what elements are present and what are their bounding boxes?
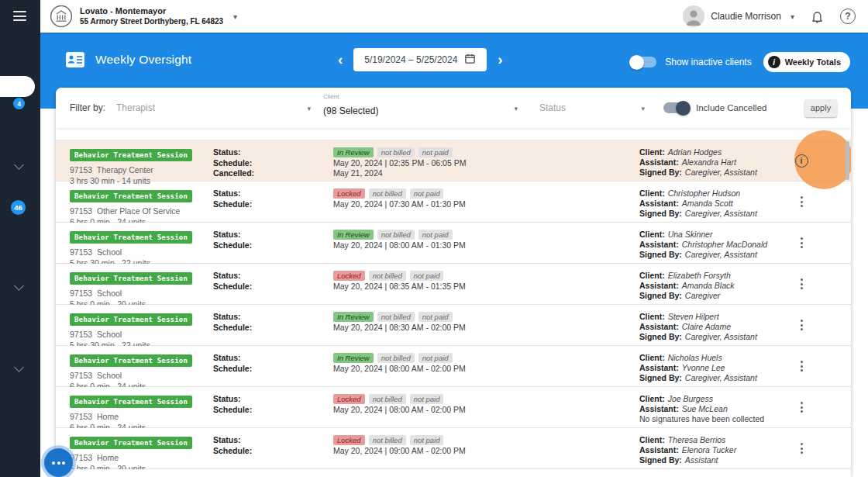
signed-by-value: Caregiver, Assistant: [685, 373, 757, 382]
row-menu-kebab-icon[interactable]: [797, 234, 806, 251]
client-label: Client:: [639, 188, 665, 198]
schedule-label: Schedule:: [213, 282, 252, 292]
signed-by-value: Caregiver, Assistant: [685, 168, 757, 177]
session-row: Behavior Treatment Session 97153 Home 6 …: [56, 387, 851, 428]
previous-week-button[interactable]: ‹: [338, 48, 343, 71]
schedule-datetime: May 20, 2024 | 08:30 AM - 02:00 PM: [333, 323, 466, 334]
hamburger-menu-icon[interactable]: [13, 11, 26, 24]
status-label: Status:: [213, 230, 252, 240]
therapist-select[interactable]: Therapist ▾: [116, 88, 314, 128]
payment-status-badge: not paid: [418, 312, 453, 322]
client-name: Adrian Hodges: [668, 147, 722, 157]
schedule-label: Schedule:: [213, 405, 252, 416]
session-row: Behavior Treatment Session 97153 Other P…: [56, 181, 851, 223]
session-row: Behavior Treatment Session 97153 School …: [56, 346, 851, 387]
schedule-datetime: May 20, 2024 | 09:00 AM - 02:00 PM: [333, 446, 466, 457]
status-label: Status:: [213, 271, 252, 282]
payment-status-badge: not paid: [410, 271, 444, 281]
schedule-datetime: May 20, 2024 | 08:00 AM - 02:00 PM: [333, 364, 466, 375]
service-type-badge: Behavior Treatment Session: [70, 354, 192, 367]
organization-selector[interactable]: Lovato - Montemayor 55 Armory Street Dor…: [50, 5, 237, 28]
schedule-label: Schedule:: [213, 446, 252, 457]
service-type-badge: Behavior Treatment Session: [70, 396, 192, 408]
row-menu-kebab-icon[interactable]: [797, 399, 806, 416]
service-type-badge: Behavior Treatment Session: [70, 272, 192, 285]
schedule-datetime: May 20, 2024 | 07:30 AM - 01:30 PM: [333, 199, 466, 210]
apply-button[interactable]: apply: [804, 99, 837, 117]
assistant-name: Elenora Tucker: [682, 445, 736, 455]
chevron-down-icon[interactable]: [14, 281, 24, 291]
assistant-label: Assistant:: [639, 445, 679, 455]
show-inactive-clients-label: Show inactive clients: [665, 57, 751, 67]
schedule-label: Schedule:: [213, 158, 254, 169]
therapist-placeholder: Therapist: [116, 102, 155, 113]
schedule-label: Schedule:: [213, 323, 252, 334]
chevron-down-icon[interactable]: [14, 362, 24, 372]
schedule-datetime: May 20, 2024 | 08:35 AM - 01:35 PM: [333, 282, 466, 292]
assistant-label: Assistant:: [639, 404, 679, 413]
client-select-value: (98 Selected): [323, 105, 378, 116]
week-navigation: ‹ 5/19/2024 – 5/25/2024 ›: [338, 48, 503, 71]
scrollbar-thumb[interactable]: [846, 141, 849, 180]
user-name: Claudie Morrison: [711, 11, 781, 22]
signed-by-value: Caregiver: [685, 291, 721, 300]
client-select[interactable]: Client (98 Selected) ▾: [323, 88, 521, 128]
service-type-badge: Behavior Treatment Session: [70, 231, 192, 244]
signed-by-value: Assistant: [685, 455, 718, 465]
include-cancelled-toggle[interactable]: [663, 102, 689, 113]
client-label: Client:: [639, 312, 665, 321]
service-type-badge: Behavior Treatment Session: [70, 437, 192, 449]
billing-status-badge: not billed: [369, 188, 406, 199]
status-badge: In Review: [333, 312, 374, 322]
assistant-name: Christopher MacDonald: [682, 240, 767, 249]
topbar-actions: Claudie Morrison ▾ ?: [683, 5, 856, 27]
billing-status-badge: not billed: [377, 230, 415, 240]
sidebar-count-badge: 4: [13, 98, 25, 109]
row-menu-kebab-icon[interactable]: [797, 193, 806, 210]
client-label: Client:: [639, 271, 665, 280]
oversight-card: Filter by: Therapist ▾ Client (98 Select…: [56, 88, 851, 477]
billing-status-badge: not billed: [377, 312, 415, 322]
session-list: Behavior Treatment Session 97153 Therapy…: [56, 140, 851, 477]
service-code-location: 97153 Home: [70, 453, 192, 462]
row-menu-kebab-icon[interactable]: [797, 275, 806, 292]
status-badge: Locked: [333, 394, 365, 404]
date-range-picker[interactable]: 5/19/2024 – 5/25/2024: [353, 48, 487, 71]
payment-status-badge: not paid: [410, 394, 444, 404]
next-week-button[interactable]: ›: [498, 48, 502, 71]
row-menu-kebab-icon[interactable]: [797, 440, 806, 457]
notifications-bell-icon[interactable]: [810, 9, 825, 24]
status-badge: In Review: [333, 230, 374, 240]
chat-fab-button[interactable]: [44, 448, 73, 477]
assistant-name: Yvonne Lee: [682, 363, 725, 372]
sidebar-count-badge: 46: [11, 200, 26, 215]
user-menu[interactable]: Claudie Morrison ▾: [683, 5, 794, 27]
info-icon: i: [768, 56, 780, 68]
show-inactive-clients-toggle[interactable]: [631, 57, 656, 67]
filter-bar: Filter by: Therapist ▾ Client (98 Select…: [56, 88, 851, 128]
billing-status-badge: not billed: [369, 394, 406, 404]
signed-by-label: Signed By:: [639, 455, 682, 465]
client-label: Client:: [639, 435, 665, 444]
status-select[interactable]: Status ▾: [539, 88, 648, 128]
info-icon[interactable]: i: [795, 154, 808, 168]
session-row: Behavior Treatment Session 97153 School …: [56, 264, 851, 305]
weekly-totals-button[interactable]: i Weekly Totals: [763, 52, 850, 72]
chevron-down-icon[interactable]: [14, 160, 24, 170]
assistant-name: Alexandra Hart: [682, 157, 736, 167]
row-menu-kebab-icon[interactable]: [797, 316, 806, 334]
row-menu-kebab-icon[interactable]: [797, 358, 806, 375]
sidebar-active-item[interactable]: [0, 76, 35, 97]
status-badge: Locked: [333, 435, 365, 445]
assistant-label: Assistant:: [639, 281, 679, 290]
session-row: Behavior Treatment Session 97153 School …: [56, 223, 851, 264]
weekly-totals-label: Weekly Totals: [785, 57, 841, 67]
service-code-location: 97153 Therapy Center: [70, 165, 192, 175]
cancelled-date: May 21, 2024: [333, 168, 466, 179]
service-code-location: 97153 Other Place Of Service: [70, 206, 192, 216]
help-icon[interactable]: ?: [840, 9, 856, 24]
filter-by-label: Filter by:: [70, 102, 108, 113]
billing-status-badge: not billed: [369, 435, 406, 445]
client-name: Joe Burgess: [668, 394, 713, 403]
signed-by-label: Signed By:: [639, 373, 682, 382]
